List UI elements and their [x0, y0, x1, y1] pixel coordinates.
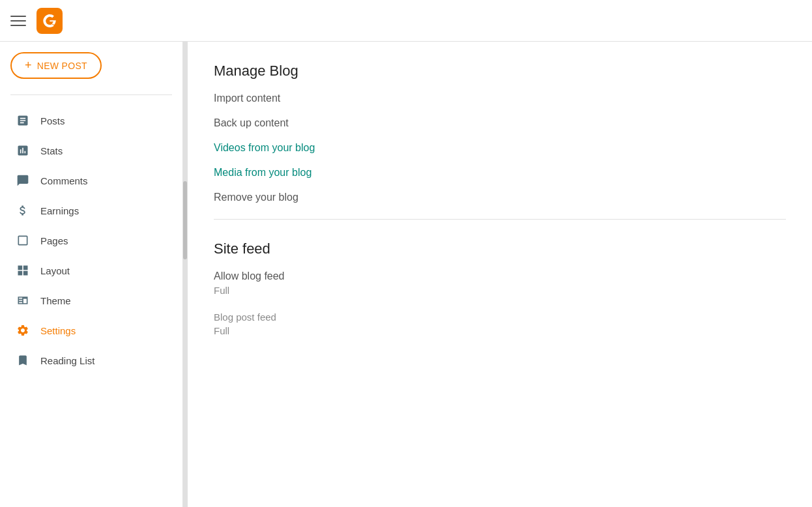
comments-label: Comments: [40, 175, 88, 186]
sidebar-item-layout[interactable]: Layout: [0, 255, 177, 285]
layout-label: Layout: [40, 265, 70, 276]
sidebar-item-earnings[interactable]: Earnings: [0, 196, 177, 225]
import-content-link[interactable]: Import content: [214, 93, 786, 104]
blogger-logo: [36, 8, 63, 34]
new-post-label: NEW POST: [37, 61, 87, 71]
blog-post-feed-value: Full: [214, 325, 786, 336]
remove-blog-link[interactable]: Remove your blog: [214, 192, 786, 203]
sidebar-divider: [10, 94, 172, 95]
reading-list-label: Reading List: [40, 355, 94, 366]
blog-post-feed-group: Blog post feed Full: [214, 311, 786, 336]
settings-label: Settings: [40, 325, 76, 336]
allow-blog-feed-label: Allow blog feed: [214, 270, 786, 282]
hamburger-menu-icon[interactable]: [10, 13, 26, 29]
pages-icon: [16, 233, 30, 248]
sidebar-item-stats[interactable]: Stats: [0, 136, 177, 166]
comments-icon: [16, 173, 30, 188]
sidebar-item-comments[interactable]: Comments: [0, 166, 177, 196]
videos-from-blog-link[interactable]: Videos from your blog: [214, 142, 786, 154]
scrollbar-area[interactable]: [182, 42, 188, 507]
allow-blog-feed-group: Allow blog feed Full: [214, 270, 786, 296]
sidebar-item-posts[interactable]: Posts: [0, 106, 177, 136]
app-header: [0, 0, 812, 42]
earnings-icon: [16, 203, 30, 218]
earnings-label: Earnings: [40, 205, 79, 216]
stats-label: Stats: [40, 145, 63, 156]
layout-icon: [16, 263, 30, 278]
allow-blog-feed-value: Full: [214, 285, 786, 296]
main-content: Manage Blog Import content Back up conte…: [188, 42, 812, 507]
reading-list-icon: [16, 353, 30, 368]
section-divider: [214, 219, 786, 220]
manage-blog-title: Manage Blog: [214, 63, 786, 80]
sidebar: + NEW POST Posts Sta: [0, 42, 182, 507]
stats-icon: [16, 143, 30, 158]
sidebar-item-theme[interactable]: Theme: [0, 285, 177, 315]
sidebar-item-pages[interactable]: Pages: [0, 225, 177, 255]
plus-icon: +: [25, 59, 32, 72]
site-feed-title: Site feed: [214, 240, 786, 257]
sidebar-item-reading-list[interactable]: Reading List: [0, 345, 177, 375]
theme-label: Theme: [40, 295, 71, 306]
backup-content-link[interactable]: Back up content: [214, 117, 786, 129]
posts-label: Posts: [40, 115, 65, 126]
pages-label: Pages: [40, 235, 68, 246]
settings-icon: [16, 323, 30, 338]
new-post-button[interactable]: + NEW POST: [10, 52, 102, 79]
media-from-blog-link[interactable]: Media from your blog: [214, 167, 786, 179]
posts-icon: [16, 113, 30, 128]
sidebar-item-settings[interactable]: Settings: [0, 315, 177, 345]
blog-post-feed-label: Blog post feed: [214, 311, 786, 323]
scrollbar-thumb[interactable]: [183, 181, 187, 259]
sidebar-nav: Posts Stats Comments: [0, 100, 182, 381]
main-layout: + NEW POST Posts Sta: [0, 42, 812, 507]
theme-icon: [16, 293, 30, 308]
